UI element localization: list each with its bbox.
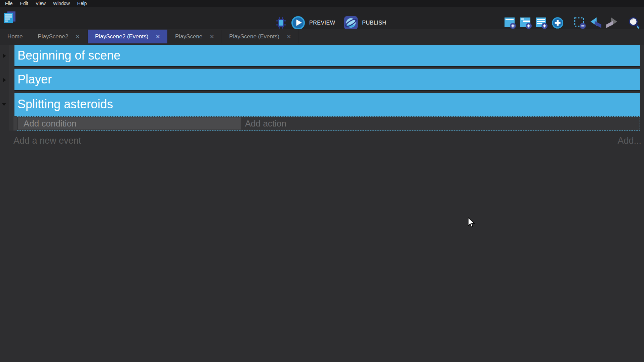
project-manager-icon[interactable] xyxy=(2,10,17,26)
tab-playscene2-events[interactable]: PlayScene2 (Events) ✕ xyxy=(88,30,168,43)
main-toolbar: PREVIEW PUBLISH xyxy=(0,7,644,29)
add-subevent-icon[interactable] xyxy=(520,16,532,30)
expand-arrow-icon[interactable] xyxy=(3,78,6,82)
group-title: Beginning of scene xyxy=(14,48,120,63)
tab-playscene-events[interactable]: PlayScene (Events) ✕ xyxy=(222,30,299,43)
add-comment-icon[interactable] xyxy=(535,16,548,30)
menu-file[interactable]: File xyxy=(1,0,16,6)
publish-icon[interactable] xyxy=(344,16,358,30)
group-title: Player xyxy=(14,72,52,86)
add-more-button[interactable]: Add... xyxy=(617,136,641,146)
add-event-icon[interactable] xyxy=(504,16,517,30)
collapse-arrow-icon[interactable] xyxy=(2,103,6,106)
menu-bar: File Edit View Window Help xyxy=(0,0,644,7)
add-event-row: Add a new event Add... xyxy=(0,133,644,148)
menu-view[interactable]: View xyxy=(32,0,49,6)
tab-home[interactable]: Home xyxy=(0,30,30,43)
event-group-beginning-of-scene[interactable]: Beginning of scene xyxy=(14,45,640,67)
add-action-button[interactable]: Add action xyxy=(241,117,640,130)
add-new-event-button[interactable]: Add a new event xyxy=(13,136,81,146)
menu-edit[interactable]: Edit xyxy=(16,0,32,6)
group-title: Splitting asteroids xyxy=(14,97,113,111)
toolbar-separator xyxy=(623,16,623,30)
tab-playscene[interactable]: PlayScene ✕ xyxy=(168,30,222,43)
close-icon[interactable]: ✕ xyxy=(287,34,291,39)
toolbar-separator xyxy=(569,16,569,30)
close-icon[interactable]: ✕ xyxy=(210,34,214,39)
editor-tab-bar: Home PlayScene2 ✕ PlayScene2 (Events) ✕ … xyxy=(0,29,644,45)
tab-label: PlayScene xyxy=(175,33,202,40)
preview-play-icon[interactable] xyxy=(291,16,305,30)
mouse-cursor xyxy=(467,217,475,228)
undo-icon[interactable] xyxy=(590,16,602,30)
selected-empty-event[interactable]: Add condition Add action xyxy=(17,116,640,131)
tab-label: PlayScene (Events) xyxy=(229,33,279,40)
preview-button[interactable]: PREVIEW xyxy=(309,20,335,26)
add-condition-button[interactable]: Add condition xyxy=(18,117,241,130)
tab-label: PlayScene2 (Events) xyxy=(95,33,149,40)
event-group-splitting-asteroids[interactable]: Splitting asteroids xyxy=(14,93,640,116)
menu-window[interactable]: Window xyxy=(49,0,74,6)
tab-label: Home xyxy=(7,33,23,40)
tab-label: PlayScene2 xyxy=(38,33,68,40)
event-group-player[interactable]: Player xyxy=(14,69,640,91)
selected-event-indent xyxy=(13,116,17,131)
search-icon[interactable] xyxy=(628,16,641,30)
tab-playscene2[interactable]: PlayScene2 ✕ xyxy=(30,30,87,43)
redo-icon[interactable] xyxy=(605,16,618,30)
add-circle-icon[interactable] xyxy=(551,16,564,30)
close-icon[interactable]: ✕ xyxy=(76,34,80,39)
expand-arrow-icon[interactable] xyxy=(3,54,6,58)
debug-icon[interactable] xyxy=(275,16,287,30)
menu-help[interactable]: Help xyxy=(74,0,91,6)
delete-selection-icon[interactable] xyxy=(574,16,587,30)
publish-button[interactable]: PUBLISH xyxy=(362,20,386,26)
close-icon[interactable]: ✕ xyxy=(156,34,160,39)
